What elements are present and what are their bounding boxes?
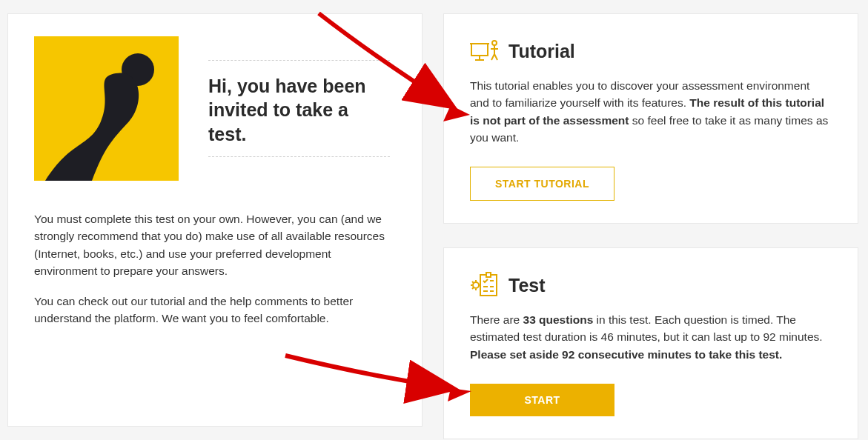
tutorial-card: Tutorial This tutorial enables you to di…	[443, 13, 858, 224]
intro-paragraph-1: You must complete this test on your own.…	[34, 210, 396, 279]
tutorial-description: This tutorial enables you to discover yo…	[470, 77, 832, 146]
intro-card: Hi, you have been invited to take a test…	[7, 13, 423, 427]
tutorial-title: Tutorial	[508, 41, 575, 62]
brand-logo	[34, 36, 179, 181]
svg-rect-2	[471, 44, 488, 56]
presentation-icon	[470, 36, 500, 66]
intro-heading: Hi, you have been invited to take a test…	[208, 60, 390, 158]
start-tutorial-button[interactable]: START TUTORIAL	[470, 167, 614, 201]
svg-line-10	[494, 54, 497, 60]
test-description: There are 33 questions in this test. Eac…	[470, 311, 832, 363]
svg-rect-11	[480, 275, 497, 296]
test-title: Test	[508, 275, 546, 296]
svg-rect-12	[486, 273, 491, 277]
start-test-button[interactable]: START	[470, 384, 614, 416]
test-card: Test There are 33 questions in this test…	[443, 247, 858, 439]
svg-point-6	[492, 41, 497, 45]
svg-line-23	[472, 287, 474, 289]
intro-paragraph-2: You can check out our tutorial and the h…	[34, 293, 396, 327]
svg-point-18	[473, 282, 479, 288]
checklist-gear-icon	[470, 270, 500, 300]
svg-line-22	[472, 281, 474, 283]
svg-line-9	[491, 54, 494, 60]
